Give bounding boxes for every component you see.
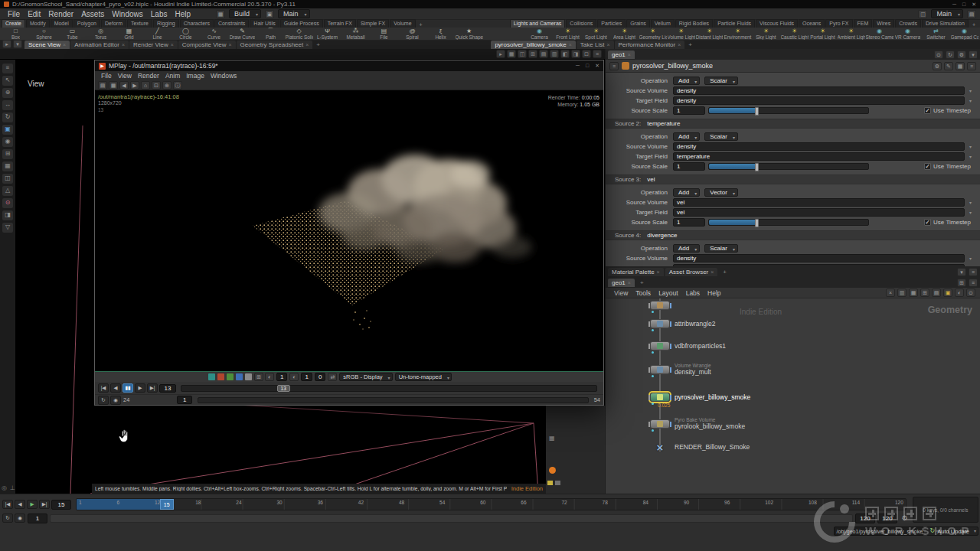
mplay-minimize-button[interactable]: ─ [576,63,580,69]
pane-option-icon[interactable]: ≡ [969,268,978,276]
shelf-tab[interactable]: Drive Simulation [922,19,969,28]
network-menu-item[interactable]: Layout [655,289,682,297]
node-chip[interactable] [650,393,670,402]
mplay-image-viewer[interactable]: /out/mantra1(raytrace)-16:41:08 980x551… [95,90,603,372]
shelf-tool[interactable]: ✎ Draw Curve [228,28,256,40]
pane-menu-icon[interactable]: ▸ [2,40,11,48]
network-node[interactable]: Volume Wrangle density_mult [650,364,711,375]
menu-item[interactable]: Render [44,10,77,18]
take-dropdown[interactable]: Main [278,9,310,18]
node-chip[interactable] [650,319,670,328]
network-toolbar-icon[interactable]: ⊞ [920,289,929,297]
pane-tab[interactable]: Render View [129,41,178,49]
network-toolbar-icon[interactable]: ▥ [897,289,906,297]
pane-tab[interactable]: pyrosolver_billowy_smoke [491,41,575,49]
tonemap-dropdown[interactable]: Un-tone-mapped [395,373,452,381]
desktop-icon[interactable]: ▦ [216,10,225,18]
shelf-tool[interactable]: ☀ Portal Light [808,28,837,40]
close-button[interactable]: ✕ [972,2,976,8]
pane-tab[interactable]: Scene View [24,41,70,49]
channel-color-button[interactable] [208,373,215,380]
network-node[interactable]: vdbfromparticles1 [650,341,726,351]
mplay-transport-button[interactable]: ▶ [135,383,145,393]
display-option-icon[interactable]: ⊞ [254,373,263,381]
shelf-tab[interactable]: Rigging [153,19,179,28]
mplay-menu-item[interactable]: Render [135,72,162,80]
channel-alpha-button[interactable] [245,373,252,380]
use-timestep-checkbox[interactable]: ✓ [924,163,931,170]
pane-tab[interactable]: Composite View [178,41,236,49]
shelf-tab[interactable]: Collisions [566,19,596,28]
global-end-field[interactable]: 120 [877,514,897,523]
transport-button[interactable]: ▶| [39,500,50,509]
network-menu-item[interactable]: View [610,289,632,297]
shelf-tool[interactable]: ☀ Geometry Light [639,28,667,40]
shelf-tab[interactable]: Particles [597,19,626,28]
operation-dropdown[interactable]: Add [673,77,700,85]
shelf-tab[interactable]: Deform [101,19,126,28]
param-header-icon[interactable]: ▦ [956,62,965,70]
node-display-flag[interactable] [670,344,671,349]
shelf-tab[interactable]: FEM [854,19,873,28]
shelf-tool[interactable]: ◉ Stereo Camera [865,28,893,40]
shelf-tool[interactable]: Ψ L-System [313,28,341,40]
current-node-name[interactable]: pyrosolver_billowy_smoke [632,62,713,70]
shelf-tab[interactable]: Grains [626,19,650,28]
param-header-icon[interactable]: ⚙ [933,62,942,70]
network-geo1-tab[interactable]: geo1 [608,279,635,287]
param-section-header[interactable]: Source 4: divergence [606,230,980,240]
network-toolbar-icon[interactable]: ▣ [943,289,952,297]
mplay-toolbar-icon[interactable]: ▤ [98,81,107,90]
source-scale-slider[interactable] [708,163,869,170]
display-option-icon[interactable]: ◐ [265,373,274,381]
source-scale-slider[interactable] [708,107,869,114]
shelf-tool[interactable]: ☀ Ambient Light [837,28,865,40]
shelf-tab[interactable]: Model [51,19,73,28]
target-field-field[interactable]: vel [673,208,965,217]
shelf-tab[interactable]: Wires [873,19,894,28]
node-input-flag[interactable] [648,344,650,349]
pane-option-icon[interactable]: ≡ [969,279,978,287]
mplay-toolbar-icon[interactable]: ⓘ [173,81,182,90]
shelf-tab[interactable]: Volume [390,19,415,28]
pane-option-icon[interactable]: ↻ [946,51,955,59]
target-field-field[interactable]: density [673,96,965,105]
menu-item[interactable]: Labs [147,10,172,18]
viewport-corner-icon[interactable]: ⊥ [10,484,15,491]
shelf-tab[interactable]: Modify [26,19,50,28]
pane-tab[interactable]: Take List [577,41,614,49]
shelf-tab[interactable]: Characters [180,19,214,28]
param-menu-arrow-icon[interactable]: ▾ [967,154,974,159]
network-menu-item[interactable]: Labs [682,289,704,297]
mplay-fps-field[interactable]: 24 [123,396,129,403]
mplay-transport-button[interactable]: |◀ [98,383,109,393]
range-end-field[interactable]: 120 [855,514,875,523]
shelf-tab[interactable]: Rigid Bodies [675,19,713,28]
param-menu-arrow-icon[interactable]: ▾ [967,200,974,205]
panes-icon[interactable]: ▤ [967,10,976,18]
transport-button[interactable]: ◀ [15,500,25,509]
gamma-field[interactable]: 1 [301,373,312,381]
use-timestep-checkbox[interactable]: ✓ [924,107,931,114]
target-field-field[interactable]: temperature [673,152,965,161]
pane-option-icon[interactable]: ▾ [969,51,978,59]
shelf-tab[interactable]: Lights and Cameras [510,19,566,28]
mplay-toolbar-icon[interactable]: ⊡ [152,81,161,90]
shelf-tool[interactable]: ξ Helix [426,28,455,40]
pane-option-icon[interactable]: ⊙ [934,51,943,59]
data-type-dropdown[interactable]: Scalar [704,132,738,141]
node-display-flag[interactable] [670,395,671,400]
menu-item[interactable]: Windows [108,10,147,18]
mplay-frame-slider[interactable]: 13 [181,385,597,392]
shelf-tool[interactable]: ☀ Sky Light [752,28,780,40]
mplay-transport-button[interactable]: ▶| [147,383,158,393]
shelf-tab[interactable]: Viscous Fluids [756,19,798,28]
pane-option-icon[interactable]: ▾ [957,268,966,276]
desktop-dropdown[interactable]: Build [229,9,261,18]
pane-option-icon[interactable]: ⊞ [957,279,966,287]
node-display-flag[interactable] [670,367,671,373]
pane-tab[interactable]: Performance Monitor [615,41,685,49]
source-scale-field[interactable]: 1 [673,106,705,115]
swap-icon[interactable]: ⇄ [328,373,337,381]
shelf-tool[interactable]: ⇄ Switcher [922,28,950,40]
